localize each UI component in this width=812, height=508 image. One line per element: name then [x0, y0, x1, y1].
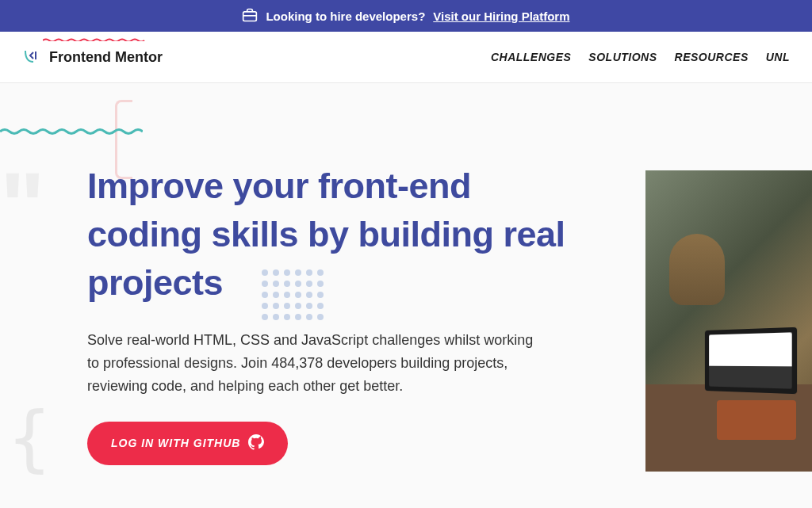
cta-label: LOG IN WITH GITHUB [111, 437, 240, 449]
title-squiggle [0, 128, 143, 136]
main-nav: CHALLENGES SOLUTIONS RESOURCES UNL [491, 51, 790, 63]
hero-section: Improve your front-end coding skills by … [0, 83, 812, 465]
logo[interactable]: Frontend Mentor [22, 48, 163, 67]
header: Frontend Mentor CHALLENGES SOLUTIONS RES… [0, 32, 812, 83]
briefcase-icon [242, 7, 258, 25]
nav-solutions[interactable]: SOLUTIONS [588, 51, 657, 63]
hiring-banner: Looking to hire developers? Visit our Hi… [0, 0, 812, 32]
hero-content: Improve your front-end coding skills by … [87, 162, 579, 465]
nav-resources[interactable]: RESOURCES [675, 51, 749, 63]
nav-challenges[interactable]: CHALLENGES [491, 51, 571, 63]
logo-icon [22, 48, 41, 67]
hiring-link[interactable]: Visit our Hiring Platform [433, 10, 569, 23]
banner-text: Looking to hire developers? [266, 10, 425, 23]
logo-text: Frontend Mentor [49, 49, 163, 66]
login-github-button[interactable]: LOG IN WITH GITHUB [87, 422, 288, 465]
nav-unlock[interactable]: UNL [766, 51, 790, 63]
github-icon [248, 434, 264, 453]
hero-subtitle: Solve real-world HTML, CSS and JavaScrip… [87, 329, 547, 397]
svg-rect-0 [243, 11, 257, 21]
hero-image [645, 170, 812, 472]
logo-squiggle [43, 38, 146, 41]
hero-title: Improve your front-end coding skills by … [87, 162, 579, 307]
